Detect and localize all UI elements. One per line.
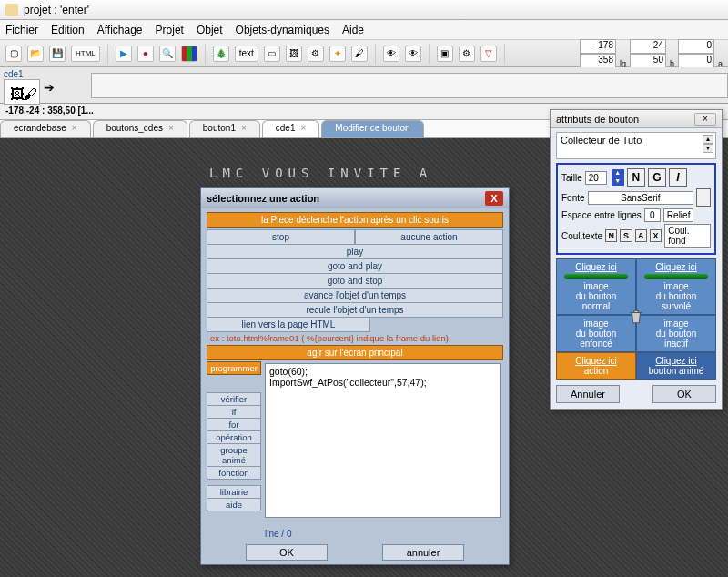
- size-up-icon[interactable]: ▲: [612, 169, 624, 177]
- close-icon[interactable]: ×: [72, 123, 77, 133]
- dialog2-header[interactable]: attributs de bouton ×: [551, 110, 722, 128]
- menu-affichage[interactable]: Affichage: [97, 24, 143, 36]
- close-icon[interactable]: ×: [168, 123, 174, 133]
- tab-boutons-cdes[interactable]: boutons_cdes×: [93, 120, 187, 137]
- linespace-input[interactable]: 0: [644, 208, 661, 222]
- action-rewind[interactable]: recule l'objet d'un temps: [207, 302, 503, 318]
- button-name-value: Collecteur de Tuto: [561, 135, 642, 146]
- side-operation[interactable]: opération: [207, 430, 261, 444]
- html-icon[interactable]: HTML: [71, 46, 100, 62]
- style-normal[interactable]: N: [627, 168, 645, 187]
- new-icon[interactable]: ▢: [5, 46, 22, 62]
- play-icon[interactable]: ▶: [116, 46, 132, 62]
- ok-button[interactable]: OK: [652, 385, 716, 403]
- side-if[interactable]: if: [207, 405, 261, 419]
- bg-color-button[interactable]: Coul. fond: [664, 224, 711, 248]
- close-icon[interactable]: X: [485, 191, 503, 206]
- cell-enfonce[interactable]: image du bouton enfoncé: [556, 315, 636, 352]
- layer-icons[interactable]: 🖼 🖌: [4, 79, 40, 105]
- open-icon[interactable]: 📂: [27, 46, 44, 62]
- group-icon[interactable]: ▣: [437, 46, 453, 62]
- coord-y[interactable]: -24: [630, 39, 666, 54]
- cell-normal[interactable]: Cliquez iciimage du bouton normal: [556, 258, 636, 315]
- coord-r2[interactable]: 0: [678, 54, 714, 68]
- size-input[interactable]: 20: [585, 171, 607, 185]
- side-verifier[interactable]: vérifier: [207, 392, 261, 406]
- close-icon[interactable]: ×: [241, 123, 247, 133]
- menu-aide[interactable]: Aide: [342, 24, 364, 36]
- dropdown-icon[interactable]: ▽: [480, 46, 497, 62]
- side-fonction[interactable]: fonction: [207, 466, 261, 480]
- action-none[interactable]: aucune action: [355, 229, 503, 245]
- cell-survole[interactable]: Cliquez iciimage du bouton survolé: [636, 258, 716, 315]
- side-for[interactable]: for: [207, 418, 261, 431]
- align-s[interactable]: S: [620, 229, 632, 242]
- menu-projet[interactable]: Projet: [156, 24, 184, 36]
- settings-icon[interactable]: ⚙: [459, 46, 475, 62]
- annuler-button[interactable]: Annuler: [556, 385, 620, 403]
- close-icon[interactable]: ×: [300, 123, 306, 133]
- spinner-up-icon[interactable]: ▲: [703, 135, 713, 144]
- eye-icon[interactable]: 👁: [383, 46, 399, 62]
- menu-objets-dynamiques[interactable]: Objets-dynamiques: [236, 24, 329, 36]
- cancel-button[interactable]: annuler: [382, 544, 464, 561]
- cell-action[interactable]: Cliquez iciaction: [556, 352, 636, 380]
- gear-icon[interactable]: ⚙: [308, 46, 324, 62]
- trigger-info-bar: la Piece déclenche l'action après un cli…: [207, 212, 503, 228]
- action-play[interactable]: play: [207, 244, 503, 259]
- timeline-ruler[interactable]: [91, 73, 728, 98]
- action-stop[interactable]: stop: [207, 229, 355, 245]
- tab-ecrandebase[interactable]: ecrandebase×: [0, 120, 91, 137]
- paint-icon[interactable]: 🖌: [351, 46, 368, 62]
- coord-x[interactable]: -178: [580, 39, 616, 54]
- tab-bouton1[interactable]: bouton1×: [189, 120, 260, 137]
- menu-fichier[interactable]: Fichier: [5, 24, 38, 36]
- tree-icon[interactable]: 🎄: [213, 46, 229, 62]
- zoom-icon[interactable]: 🔍: [159, 46, 176, 62]
- tab-modifier-bouton[interactable]: Modifier ce bouton: [321, 120, 423, 137]
- side-aide[interactable]: aide: [207, 498, 261, 511]
- star-icon[interactable]: ✦: [329, 46, 346, 62]
- coord-h[interactable]: 50: [630, 54, 666, 68]
- style-italic[interactable]: I: [669, 168, 687, 187]
- action-advance[interactable]: avance l'objet d'un temps: [207, 288, 503, 303]
- cell-anime[interactable]: Cliquez icibouton animé: [636, 352, 716, 380]
- action-goto-stop[interactable]: goto and stop: [207, 273, 503, 288]
- layer-image-icon[interactable]: 🖼: [10, 86, 21, 97]
- cell-inactif[interactable]: image du bouton inactif: [636, 315, 716, 352]
- button-name-field[interactable]: Collecteur de Tuto ▲▼: [556, 132, 716, 159]
- spinner-down-icon[interactable]: ▼: [703, 144, 713, 153]
- code-editor[interactable]: goto(60); ImportSwf_AtPos("collecteur",5…: [265, 363, 501, 518]
- align-a[interactable]: A: [635, 229, 647, 242]
- rgb-icon[interactable]: [181, 46, 197, 62]
- align-x[interactable]: X: [650, 229, 662, 242]
- preview-icon[interactable]: 👁: [405, 46, 421, 62]
- style-bold[interactable]: G: [648, 168, 666, 187]
- coord-r1[interactable]: 0: [678, 39, 714, 54]
- font-input[interactable]: SansSerif: [588, 191, 693, 205]
- record-icon[interactable]: ●: [137, 46, 154, 62]
- tab-cde1[interactable]: cde1×: [262, 120, 320, 137]
- side-librairie[interactable]: librairie: [207, 485, 261, 499]
- menu-edition[interactable]: Edition: [51, 24, 85, 36]
- menu-objet[interactable]: Objet: [197, 24, 223, 36]
- dialog-header[interactable]: sélectionnez une action X: [201, 188, 509, 208]
- font-picker-icon[interactable]: [696, 188, 711, 207]
- action-html-link[interactable]: lien vers la page HTML: [207, 317, 370, 332]
- image-icon[interactable]: 🖼: [286, 46, 302, 62]
- ok-button[interactable]: OK: [246, 544, 328, 561]
- close-icon[interactable]: ×: [694, 113, 716, 126]
- layer-brush-icon[interactable]: 🖌: [23, 86, 34, 97]
- trash-icon[interactable]: [628, 309, 644, 325]
- rect-icon[interactable]: ▭: [264, 46, 280, 62]
- coord-lg[interactable]: 358: [580, 54, 616, 68]
- size-down-icon[interactable]: ▼: [612, 177, 624, 186]
- align-n[interactable]: N: [605, 229, 617, 242]
- link-hint: ex : toto.html%frame01 ( %{pourcent} ind…: [210, 333, 500, 343]
- relief-button[interactable]: Relief: [663, 208, 694, 222]
- save-icon[interactable]: 💾: [49, 46, 66, 62]
- text-tool-button[interactable]: text: [235, 46, 258, 62]
- action-goto-play[interactable]: goto and play: [207, 258, 503, 274]
- side-groupe[interactable]: groupe animé: [207, 443, 261, 467]
- side-programmer[interactable]: programmer: [207, 361, 261, 375]
